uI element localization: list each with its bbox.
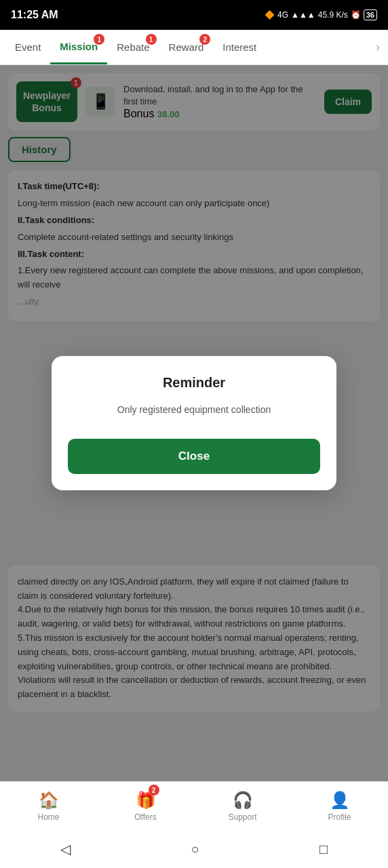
tab-event[interactable]: Event	[5, 30, 50, 64]
status-time: 11:25 AM	[11, 9, 58, 21]
rebate-badge: 1	[146, 34, 157, 45]
reward-badge: 2	[199, 34, 210, 45]
dialog-message: Only registered equipment collection	[68, 403, 320, 417]
offers-badge: 2	[149, 785, 159, 795]
home-icon: 🏠	[39, 791, 59, 810]
reminder-dialog: Reminder Only registered equipment colle…	[52, 356, 336, 490]
offers-label: Offers	[134, 812, 156, 822]
battery-indicator: 36	[364, 9, 377, 20]
home-label: Home	[37, 812, 59, 822]
signal-bars: ▲▲▲	[291, 10, 315, 20]
status-bar: 11:25 AM 🔶 4G ▲▲▲ 45.9 K/s ⏰ 36	[0, 0, 388, 30]
tab-reward[interactable]: Reward 2	[159, 30, 214, 64]
mission-badge: 1	[94, 34, 104, 45]
nav-more-arrow[interactable]: ›	[373, 40, 383, 54]
support-icon: 🎧	[233, 791, 253, 810]
network-type: 4G	[277, 10, 288, 20]
nav-tabs: Event Mission 1 Rebate 1 Reward 2 Intere…	[0, 30, 388, 65]
signal-icon: 🔶	[265, 10, 275, 20]
alarm-icon: ⏰	[351, 10, 361, 20]
dialog-title: Reminder	[68, 375, 320, 391]
bottom-nav: 🏠 Home 🎁 2 Offers 🎧 Support 👤 Profile	[0, 781, 388, 830]
back-button[interactable]: ◁	[44, 835, 87, 863]
speed-indicator: 45.9 K/s	[318, 10, 348, 20]
tab-rebate[interactable]: Rebate 1	[107, 30, 159, 64]
main-content: NewplayerBonus 1 📱 Download, install, an…	[0, 65, 388, 781]
status-icons: 🔶 4G ▲▲▲ 45.9 K/s ⏰ 36	[265, 9, 377, 20]
profile-label: Profile	[328, 812, 351, 822]
nav-home[interactable]: 🏠 Home	[0, 782, 97, 830]
nav-support[interactable]: 🎧 Support	[194, 782, 291, 830]
modal-overlay[interactable]: Reminder Only registered equipment colle…	[0, 65, 388, 781]
recents-button[interactable]: □	[303, 836, 344, 863]
tab-interest[interactable]: Interest	[213, 30, 266, 64]
android-nav: ◁ ○ □	[0, 830, 388, 868]
profile-icon: 👤	[330, 791, 350, 810]
home-button[interactable]: ○	[174, 836, 215, 863]
tab-mission[interactable]: Mission 1	[50, 30, 107, 64]
dialog-close-button[interactable]: Close	[68, 439, 320, 474]
nav-offers[interactable]: 🎁 2 Offers	[97, 782, 194, 830]
support-label: Support	[228, 812, 256, 822]
nav-profile[interactable]: 👤 Profile	[291, 782, 388, 830]
